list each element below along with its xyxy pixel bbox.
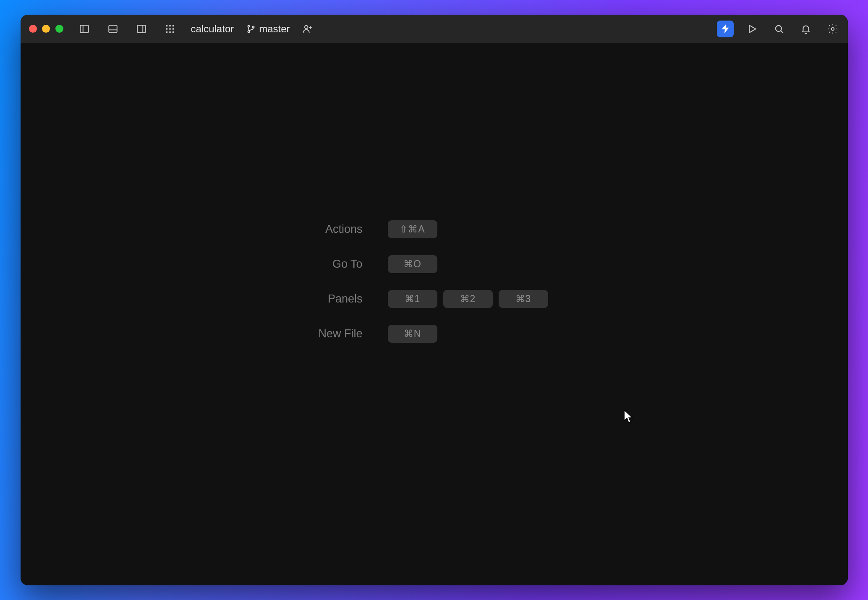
svg-point-6: [166, 25, 167, 26]
shortcut-key: ⌘O: [388, 255, 437, 273]
shortcut-keys-panels: ⌘1 ⌘2 ⌘3: [388, 290, 548, 308]
zoom-window-button[interactable]: [55, 25, 63, 33]
svg-point-16: [248, 31, 250, 32]
right-panel-toggle[interactable]: [133, 21, 150, 37]
shortcut-key: ⌘2: [443, 290, 493, 308]
gear-icon: [827, 23, 838, 34]
left-panel-toggle[interactable]: [76, 21, 93, 37]
panel-left-icon: [79, 23, 90, 34]
close-window-button[interactable]: [29, 25, 37, 33]
svg-line-23: [781, 31, 783, 33]
shortcut-label-goto: Go To: [318, 258, 362, 271]
svg-rect-2: [109, 25, 117, 32]
shortcut-key: ⌘3: [499, 290, 548, 308]
shortcut-label-panels: Panels: [318, 292, 362, 305]
git-branch-selector[interactable]: master: [246, 23, 290, 35]
search-icon: [774, 23, 784, 34]
bottom-panel-toggle[interactable]: [105, 21, 121, 37]
bolt-icon: [720, 23, 731, 34]
svg-point-17: [253, 26, 254, 28]
svg-point-9: [166, 28, 167, 29]
editor-area: Actions ⇧⌘A Go To ⌘O Panels ⌘1 ⌘2 ⌘3 New…: [21, 43, 848, 585]
run-button[interactable]: [744, 21, 761, 37]
titlebar: calculator master: [21, 15, 848, 43]
settings-button[interactable]: [824, 21, 841, 37]
shortcut-label-newfile: New File: [318, 327, 362, 340]
bell-icon: [800, 23, 811, 34]
minimize-window-button[interactable]: [42, 25, 50, 33]
git-branch-icon: [246, 24, 256, 34]
ai-assistant-button[interactable]: [717, 21, 734, 37]
project-name[interactable]: calculator: [191, 23, 234, 35]
shortcut-key: ⌘1: [388, 290, 437, 308]
shortcut-keys-newfile: ⌘N: [388, 325, 548, 343]
shortcut-keys-actions: ⇧⌘A: [388, 220, 548, 238]
user-plus-icon: [302, 23, 313, 34]
svg-point-13: [169, 31, 170, 33]
svg-marker-21: [749, 25, 756, 32]
svg-point-24: [831, 27, 834, 30]
notifications-button[interactable]: [797, 21, 814, 37]
grid-icon: [165, 23, 175, 34]
app-launcher-button[interactable]: [162, 21, 178, 37]
panel-toggle-group: [76, 21, 178, 37]
branch-name: master: [259, 23, 290, 35]
shortcut-key: ⌘N: [388, 325, 437, 343]
panel-bottom-icon: [107, 23, 118, 34]
svg-rect-4: [137, 25, 146, 32]
svg-point-14: [172, 31, 174, 33]
svg-point-22: [775, 25, 781, 31]
panel-right-icon: [136, 23, 147, 34]
toolbar-right: [717, 21, 841, 37]
app-window: calculator master: [21, 15, 848, 585]
svg-point-7: [169, 25, 170, 26]
mouse-cursor-icon: [624, 410, 634, 424]
window-controls: [29, 25, 63, 33]
svg-point-12: [166, 31, 167, 33]
add-collaborator-button[interactable]: [299, 21, 316, 37]
shortcut-key: ⇧⌘A: [388, 220, 437, 238]
search-button[interactable]: [771, 21, 787, 37]
svg-point-18: [305, 25, 308, 29]
svg-point-8: [172, 25, 174, 26]
play-icon: [747, 23, 758, 34]
svg-point-10: [169, 28, 170, 29]
svg-point-15: [248, 25, 250, 27]
svg-point-11: [172, 28, 174, 29]
shortcut-label-actions: Actions: [318, 223, 362, 236]
shortcut-keys-goto: ⌘O: [388, 255, 548, 273]
svg-rect-0: [80, 25, 89, 32]
welcome-shortcuts: Actions ⇧⌘A Go To ⌘O Panels ⌘1 ⌘2 ⌘3 New…: [318, 220, 548, 343]
